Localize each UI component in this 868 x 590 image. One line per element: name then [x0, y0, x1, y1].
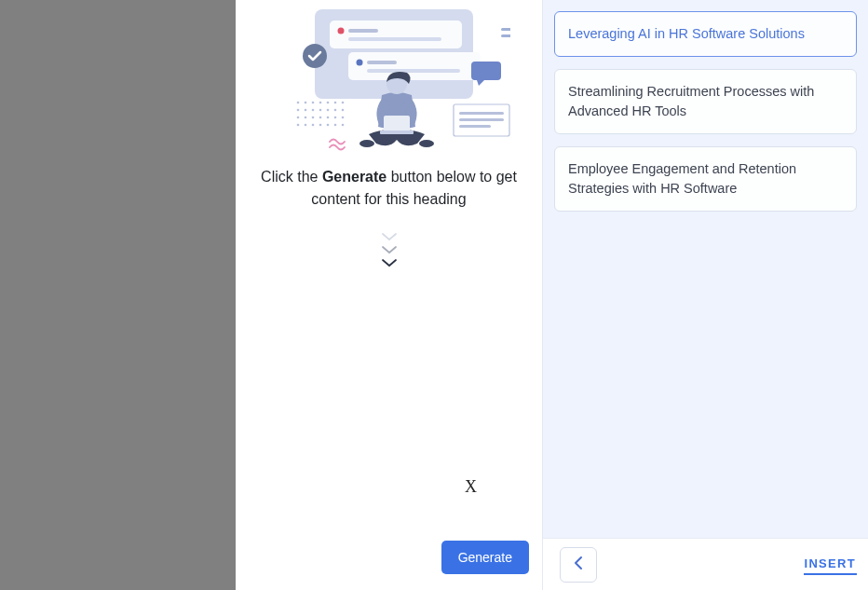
chevron-down-icon	[380, 257, 399, 268]
svg-point-37	[333, 117, 336, 119]
svg-point-25	[296, 109, 299, 112]
content-editor-panel: Click the Generate button below to get c…	[236, 0, 542, 590]
topic-label: Streamlining Recruitment Processes with …	[568, 84, 814, 118]
svg-point-43	[326, 124, 329, 127]
svg-point-22	[326, 102, 329, 104]
svg-point-46	[359, 140, 374, 147]
svg-rect-11	[471, 62, 501, 80]
left-sidebar-shadow	[0, 0, 236, 590]
svg-rect-16	[459, 125, 491, 128]
svg-point-41	[311, 124, 314, 127]
svg-marker-12	[477, 80, 484, 86]
svg-point-35	[319, 117, 321, 119]
topic-suggestions-panel: Leveraging AI in HR Software Solutions S…	[542, 0, 868, 590]
person-laptop-illustration	[268, 4, 510, 153]
svg-point-30	[333, 109, 336, 112]
svg-point-44	[333, 124, 336, 127]
svg-point-38	[341, 117, 344, 119]
svg-rect-48	[384, 116, 410, 132]
svg-rect-5	[348, 52, 481, 80]
svg-point-23	[333, 102, 336, 104]
svg-point-2	[337, 28, 344, 34]
x-mark: X	[465, 477, 477, 497]
hint-text-prefix: Click the	[261, 169, 322, 185]
topic-label: Leveraging AI in HR Software Solutions	[568, 26, 805, 41]
svg-point-45	[341, 124, 344, 127]
scroll-down-indicator	[380, 231, 399, 268]
svg-point-24	[341, 102, 344, 104]
svg-point-29	[326, 109, 329, 112]
svg-rect-14	[459, 112, 504, 115]
svg-point-19	[304, 102, 306, 104]
svg-rect-15	[459, 118, 504, 121]
svg-point-18	[296, 102, 299, 104]
svg-point-34	[311, 117, 314, 119]
insert-button[interactable]: INSERT	[804, 554, 857, 575]
svg-point-39	[296, 124, 299, 127]
empty-state-illustration	[268, 4, 510, 153]
svg-point-31	[341, 109, 344, 112]
svg-point-20	[311, 102, 314, 104]
svg-point-17	[303, 44, 327, 68]
svg-rect-49	[380, 130, 414, 134]
svg-rect-3	[348, 29, 378, 33]
right-panel-footer: INSERT	[543, 538, 868, 590]
hint-text-bold: Generate	[322, 169, 387, 185]
svg-point-32	[296, 117, 299, 119]
chevron-down-icon	[380, 231, 399, 242]
topic-label: Employee Engagement and Retention Strate…	[568, 161, 796, 196]
svg-rect-4	[348, 37, 441, 41]
topic-card[interactable]: Streamlining Recruitment Processes with …	[554, 69, 857, 134]
svg-rect-10	[501, 34, 510, 37]
topic-list: Leveraging AI in HR Software Solutions S…	[543, 0, 868, 212]
svg-rect-9	[501, 28, 510, 31]
svg-rect-8	[367, 69, 460, 73]
svg-point-42	[319, 124, 321, 127]
topic-card[interactable]: Leveraging AI in HR Software Solutions	[554, 11, 857, 57]
svg-point-26	[304, 109, 306, 112]
svg-rect-1	[330, 21, 462, 48]
svg-point-6	[356, 60, 362, 66]
svg-point-36	[326, 117, 329, 119]
svg-point-27	[311, 109, 314, 112]
chevron-left-icon	[572, 556, 585, 573]
empty-state-hint: Click the Generate button below to get c…	[236, 166, 542, 211]
chevron-down-icon	[380, 244, 399, 255]
svg-point-21	[319, 102, 321, 104]
svg-rect-7	[367, 61, 397, 64]
svg-point-40	[304, 124, 306, 127]
svg-point-33	[304, 117, 306, 119]
generate-button[interactable]: Generate	[441, 541, 529, 574]
topic-card[interactable]: Employee Engagement and Retention Strate…	[554, 146, 857, 212]
svg-point-47	[419, 140, 434, 147]
back-button[interactable]	[560, 547, 597, 583]
svg-point-28	[319, 109, 321, 112]
